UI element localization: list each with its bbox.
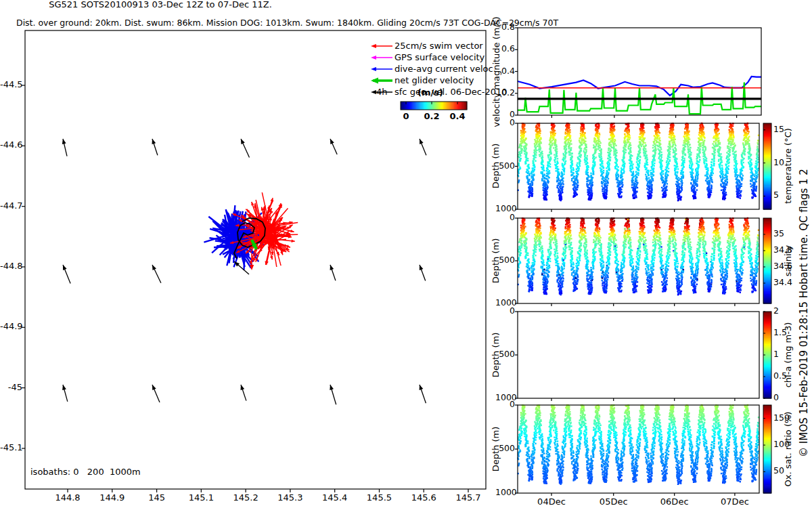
legend-colorbar-tick-04: 0.4 (447, 112, 468, 121)
sfc-geo-velocity-arrows (62, 139, 426, 404)
map-xtick-label: 145.4 (316, 493, 354, 503)
velocity-ytick-label: 0.6 (495, 44, 515, 53)
salinity-colorbar (763, 218, 771, 304)
salinity-colorbar-tick-label: 34.4 (773, 278, 792, 287)
chla-colorbar-tick-label: 1 (773, 350, 779, 358)
figure-title: SG521 SOTS20100913 03-Dec 12Z to 07-Dec … (0, 0, 321, 9)
temperature-ytick-label: 500 (495, 161, 515, 170)
salinity-colorbar-tick-label: 34.8 (773, 245, 792, 254)
legend-label-swim-vector: 25cm/s swim vector (394, 41, 483, 51)
map-xtick-label: 145.2 (227, 493, 265, 503)
map-ytick-label: -44.6 (0, 140, 22, 150)
map-ytick-label: -44.5 (0, 80, 22, 89)
chla-colorbar (763, 312, 771, 399)
temperature-panel (515, 123, 771, 212)
salinity-ytick-label: 0 (495, 213, 515, 221)
map-ytick-label: -44.8 (0, 261, 22, 271)
legend-colorbar-title: (m/s) (403, 88, 457, 98)
imos-watermark: © IMOS 15-Feb-2019 01:28:15 Hobart time.… (799, 169, 810, 457)
legend-colorbar-tick-0: 0 (396, 112, 416, 121)
oxygen-ytick-label: 1000 (495, 488, 515, 496)
chla-colorbar-tick-label: 0.5 (773, 371, 787, 380)
temperature-colorbar-tick-label: 15 (773, 125, 784, 133)
map-xtick-label: 145 (138, 493, 176, 503)
colorbar-label-temperature: temperature (°C) (784, 128, 793, 204)
temperature-ytick-label: 0 (495, 118, 515, 127)
legend-time-note: 4h (376, 87, 388, 97)
seaglider-mission-figure: SG521 SOTS20100913 03-Dec 12Z to 07-Dec … (0, 0, 812, 508)
salinity-colorbar-tick-label: 35 (773, 229, 784, 238)
legend-label-net-glider-velocity: net glider velocity (394, 76, 474, 85)
chla-ytick-label: 500 (495, 350, 515, 358)
map-xtick-label: 144.9 (93, 493, 131, 503)
map-ytick-label: -45 (0, 383, 22, 392)
temperature-colorbar (763, 123, 771, 210)
velocity-panel (515, 28, 761, 118)
map-xtick-label: 144.8 (49, 493, 87, 503)
legend-label-gps-velocity: GPS surface velocity (394, 53, 484, 62)
oxygen-panel (515, 404, 771, 496)
salinity-panel (515, 217, 771, 306)
oxygen-colorbar (763, 405, 771, 494)
isobaths-note: isobaths: 0 200 1000m (30, 467, 141, 477)
salinity-ytick-label: 500 (495, 255, 515, 264)
map-ytick-label: -45.1 (0, 443, 22, 452)
velocity-ytick-label: 0.8 (495, 22, 515, 31)
day-tick-label: 06Dec (654, 497, 695, 507)
velocity-ytick-label: 0.2 (495, 88, 515, 97)
map-xtick-label: 145.1 (182, 493, 220, 503)
map-ytick-label: -44.7 (0, 201, 22, 211)
temperature-colorbar-tick-label: 5 (773, 190, 779, 199)
oxygen-ytick-label: 500 (495, 444, 515, 452)
oxygen-colorbar-tick-label: 150 (773, 413, 790, 422)
chla-colorbar-tick-label: 0 (773, 393, 779, 402)
chla-colorbar-tick-label: 2 (773, 306, 779, 315)
velocity-ytick-label: 0.4 (495, 66, 515, 75)
map-xtick-label: 145.3 (271, 493, 309, 503)
map-ytick-label: -44.9 (0, 322, 22, 331)
temperature-colorbar-tick-label: 10 (773, 158, 784, 167)
chla-colorbar-tick-label: 1.5 (773, 328, 787, 337)
day-tick-label: 05Dec (593, 497, 634, 507)
legend-colorbar-tick-02: 0.2 (422, 112, 442, 121)
oxygen-colorbar-tick-label: 100 (773, 440, 790, 448)
day-tick-label: 04Dec (531, 497, 572, 507)
figure-subtitle: Dist. over ground: 20km. Dist. swum: 86k… (16, 18, 558, 27)
day-tick-label: 07Dec (715, 497, 755, 507)
colorbar-label-oxygen: Ox. sat. ratio (%) (784, 412, 793, 487)
vector-cluster (204, 192, 298, 274)
chla-panel (515, 312, 771, 401)
salinity-colorbar-tick-label: 34.6 (773, 261, 792, 270)
map-xtick-label: 145.7 (449, 493, 487, 503)
legend-label-dive-avg-current: dive-avg current veloc. (394, 64, 496, 74)
map-xtick-label: 145.5 (360, 493, 398, 503)
oxygen-colorbar-tick-label: 50 (773, 466, 784, 475)
map-plot (22, 30, 486, 492)
oxygen-ytick-label: 0 (495, 400, 515, 408)
map-xtick-label: 145.6 (405, 493, 443, 503)
chla-ytick-label: 0 (495, 306, 515, 315)
